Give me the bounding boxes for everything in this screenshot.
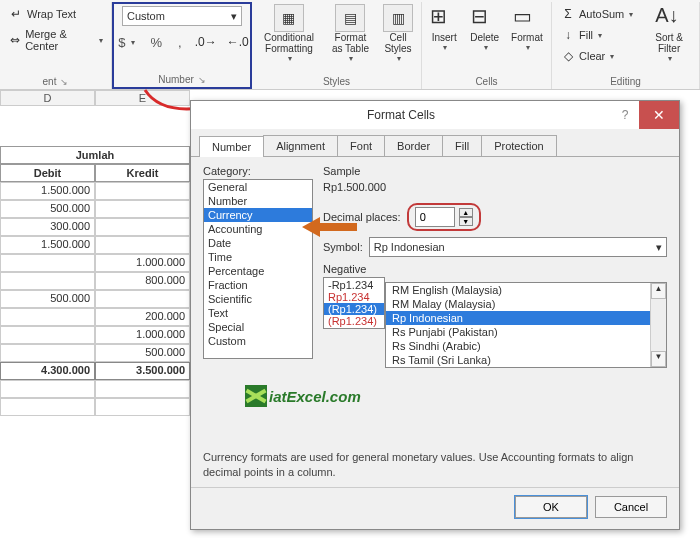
- tab-number[interactable]: Number: [199, 136, 264, 157]
- kredit-cell[interactable]: 1.000.000: [95, 254, 190, 272]
- decrease-decimal-icon: ←.0: [230, 34, 246, 50]
- negative-numbers-list[interactable]: -Rp1.234 Rp1.234 (Rp1.234) (Rp1.234): [323, 277, 385, 329]
- debit-cell[interactable]: [0, 254, 95, 272]
- neg-item[interactable]: Rp1.234: [324, 291, 384, 303]
- category-item[interactable]: Accounting: [204, 222, 312, 236]
- symbol-option[interactable]: Rs Sindhi (Arabic): [386, 339, 650, 353]
- dialog-help-button[interactable]: ?: [611, 108, 639, 122]
- kredit-cell[interactable]: 200.000: [95, 308, 190, 326]
- debit-cell[interactable]: 500.000: [0, 290, 95, 308]
- empty-cell[interactable]: [0, 380, 95, 398]
- kredit-cell[interactable]: 800.000: [95, 272, 190, 290]
- kredit-cell[interactable]: [95, 200, 190, 218]
- comma-button[interactable]: ,: [174, 33, 186, 52]
- debit-cell[interactable]: [0, 308, 95, 326]
- column-header-d[interactable]: D: [0, 90, 95, 106]
- empty-cell[interactable]: [95, 398, 190, 416]
- alignment-launcher-icon[interactable]: ↘: [60, 77, 68, 87]
- ok-button[interactable]: OK: [515, 496, 587, 518]
- empty-cell[interactable]: [95, 380, 190, 398]
- jumlah-header[interactable]: Jumlah: [0, 146, 190, 164]
- symbol-option[interactable]: RM Malay (Malaysia): [386, 297, 650, 311]
- kredit-cell[interactable]: 500.000: [95, 344, 190, 362]
- kredit-cell[interactable]: [95, 236, 190, 254]
- debit-cell[interactable]: 1.500.000: [0, 236, 95, 254]
- styles-group: ▦ Conditional Formatting ▤ Format as Tab…: [252, 2, 422, 89]
- symbol-option[interactable]: Rs Tamil (Sri Lanka): [386, 353, 650, 367]
- total-debit-cell[interactable]: 4.300.000: [0, 362, 95, 380]
- kredit-header[interactable]: Kredit: [95, 164, 190, 182]
- dropdown-scrollbar[interactable]: ▲ ▼: [650, 283, 666, 367]
- tab-protection[interactable]: Protection: [481, 135, 557, 156]
- scroll-up-button[interactable]: ▲: [651, 283, 666, 299]
- format-as-table-button[interactable]: ▤ Format as Table: [326, 4, 375, 63]
- category-item[interactable]: Scientific: [204, 292, 312, 306]
- increase-decimal-button[interactable]: .0→: [194, 32, 218, 52]
- category-item[interactable]: Custom: [204, 334, 312, 348]
- debit-cell[interactable]: [0, 272, 95, 290]
- format-button[interactable]: ▭ Format: [507, 4, 547, 52]
- clear-button[interactable]: ◇Clear: [556, 46, 637, 66]
- category-item[interactable]: Time: [204, 250, 312, 264]
- category-item[interactable]: Currency: [204, 208, 312, 222]
- accounting-format-button[interactable]: $: [114, 33, 138, 52]
- kredit-cell[interactable]: [95, 290, 190, 308]
- percent-button[interactable]: %: [147, 33, 167, 52]
- symbol-option[interactable]: Rs Punjabi (Pakistan): [386, 325, 650, 339]
- total-kredit-cell[interactable]: 3.500.000: [95, 362, 190, 380]
- tab-font[interactable]: Font: [337, 135, 385, 156]
- conditional-formatting-button[interactable]: ▦ Conditional Formatting: [256, 4, 322, 63]
- debit-cell[interactable]: 500.000: [0, 200, 95, 218]
- decimal-up-button[interactable]: ▲: [459, 208, 473, 217]
- category-item[interactable]: Percentage: [204, 264, 312, 278]
- tab-alignment[interactable]: Alignment: [263, 135, 338, 156]
- delete-button[interactable]: ⊟ Delete: [466, 4, 503, 52]
- category-item[interactable]: Number: [204, 194, 312, 208]
- cell-styles-button[interactable]: ▥ Cell Styles: [379, 4, 417, 63]
- debit-cell[interactable]: [0, 326, 95, 344]
- category-item[interactable]: General: [204, 180, 312, 194]
- dialog-titlebar[interactable]: Format Cells ? ✕: [191, 101, 679, 129]
- neg-item[interactable]: (Rp1.234): [324, 303, 384, 315]
- scroll-down-button[interactable]: ▼: [651, 351, 666, 367]
- symbol-select[interactable]: Rp Indonesian ▾: [369, 237, 667, 257]
- category-list[interactable]: GeneralNumberCurrencyAccountingDateTimeP…: [203, 179, 313, 359]
- category-item[interactable]: Text: [204, 306, 312, 320]
- symbol-dropdown[interactable]: RM English (Malaysia)RM Malay (Malaysia)…: [385, 282, 667, 368]
- dialog-close-button[interactable]: ✕: [639, 101, 679, 129]
- empty-cell[interactable]: [0, 398, 95, 416]
- number-launcher-icon[interactable]: ↘: [198, 75, 206, 85]
- number-format-select[interactable]: Custom ▾: [122, 6, 242, 26]
- category-item[interactable]: Special: [204, 320, 312, 334]
- worksheet[interactable]: D E Jumlah Debit Kredit 1.500.000500.000…: [0, 90, 190, 416]
- number-group-label: Number: [158, 74, 194, 85]
- kredit-cell[interactable]: 1.000.000: [95, 326, 190, 344]
- symbol-option[interactable]: Rp Indonesian: [386, 311, 650, 325]
- sort-filter-button[interactable]: A↓ Sort & Filter: [643, 4, 695, 66]
- debit-header[interactable]: Debit: [0, 164, 95, 182]
- debit-cell[interactable]: 300.000: [0, 218, 95, 236]
- clear-icon: ◇: [560, 48, 576, 64]
- neg-item[interactable]: -Rp1.234: [324, 279, 384, 291]
- fill-button[interactable]: ↓Fill: [556, 25, 637, 45]
- category-item[interactable]: Fraction: [204, 278, 312, 292]
- kredit-cell[interactable]: [95, 182, 190, 200]
- decimal-places-input[interactable]: [415, 207, 455, 227]
- symbol-option[interactable]: RM English (Malaysia): [386, 283, 650, 297]
- decimal-down-button[interactable]: ▼: [459, 217, 473, 226]
- tab-fill[interactable]: Fill: [442, 135, 482, 156]
- cancel-button[interactable]: Cancel: [595, 496, 667, 518]
- decrease-decimal-button[interactable]: ←.0: [226, 32, 250, 52]
- tab-border[interactable]: Border: [384, 135, 443, 156]
- merge-center-button[interactable]: ⇔ Merge & Center: [4, 26, 107, 54]
- insert-button[interactable]: ⊞ Insert: [426, 4, 462, 52]
- debit-cell[interactable]: 1.500.000: [0, 182, 95, 200]
- category-item[interactable]: Date: [204, 236, 312, 250]
- neg-item[interactable]: (Rp1.234): [324, 315, 384, 327]
- kredit-cell[interactable]: [95, 218, 190, 236]
- autosum-button[interactable]: ΣAutoSum: [556, 4, 637, 24]
- debit-cell[interactable]: [0, 344, 95, 362]
- wrap-text-label: Wrap Text: [27, 8, 76, 20]
- svg-marker-1: [302, 217, 357, 237]
- wrap-text-button[interactable]: ↵ Wrap Text: [4, 4, 80, 24]
